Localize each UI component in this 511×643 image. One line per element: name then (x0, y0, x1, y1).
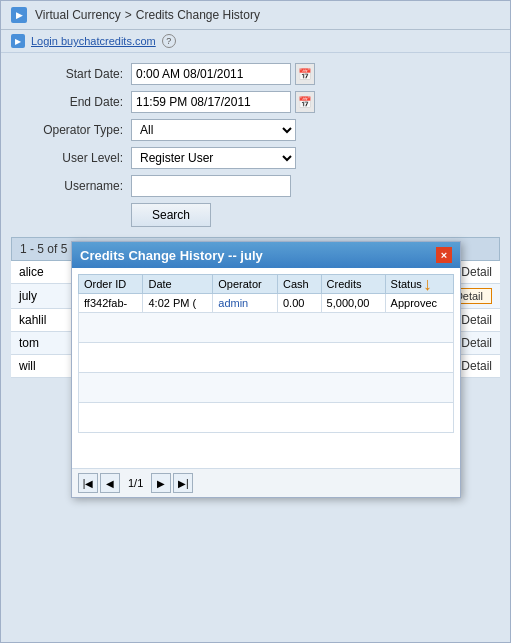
last-page-btn[interactable]: ▶| (173, 473, 193, 493)
results-section: 1 - 5 of 5 alice Detail july Detail kahl… (11, 237, 500, 378)
end-date-row: End Date: 📅 (21, 91, 490, 113)
start-date-row: Start Date: 📅 (21, 63, 490, 85)
modal-footer: |◀ ◀ 1/1 ▶ ▶| (72, 468, 460, 497)
start-date-calendar-btn[interactable]: 📅 (295, 63, 315, 85)
form-section: Start Date: 📅 End Date: 📅 Operator Type:… (1, 53, 510, 237)
detail-link-will[interactable]: Detail (461, 359, 492, 373)
end-date-calendar-btn[interactable]: 📅 (295, 91, 315, 113)
start-date-input-wrap: 📅 (131, 63, 315, 85)
username-label: Username: (21, 179, 131, 193)
modal-arrow-icon: ↓ (423, 274, 432, 295)
end-date-input[interactable] (131, 91, 291, 113)
username-input[interactable] (131, 175, 291, 197)
col-order-id: Order ID (79, 275, 143, 294)
modal-header: Credits Change History -- july × (72, 242, 460, 268)
login-icon: ▶ (11, 34, 25, 48)
col-date: Date (143, 275, 213, 294)
breadcrumb-separator: > (125, 8, 132, 22)
cell-date: 4:02 PM ( (143, 294, 213, 313)
detail-link-alice[interactable]: Detail (461, 265, 492, 279)
next-page-btn[interactable]: ▶ (151, 473, 171, 493)
pagination: |◀ ◀ 1/1 ▶ ▶| (78, 473, 193, 493)
operator-type-label: Operator Type: (21, 123, 131, 137)
detail-link-tom[interactable]: Detail (461, 336, 492, 350)
start-date-label: Start Date: (21, 67, 131, 81)
help-badge[interactable]: ? (162, 34, 176, 48)
search-btn-row: Search (21, 203, 490, 227)
breadcrumb-current: Credits Change History (136, 8, 260, 22)
credits-modal: Credits Change History -- july × ↓ Order… (71, 241, 461, 498)
breadcrumb: ▶ Virtual Currency > Credits Change Hist… (1, 1, 510, 30)
first-page-btn[interactable]: |◀ (78, 473, 98, 493)
modal-close-btn[interactable]: × (436, 247, 452, 263)
modal-title: Credits Change History -- july (80, 248, 263, 263)
col-operator: Operator (213, 275, 278, 294)
cell-credits: 5,000,00 (321, 294, 385, 313)
modal-table-row: ff342fab- 4:02 PM ( admin 0.00 5,000,00 … (79, 294, 454, 313)
detail-link-kahlil[interactable]: Detail (461, 313, 492, 327)
login-bar: ▶ Login buychatcredits.com ? (1, 30, 510, 53)
operator-type-select[interactable]: All (131, 119, 296, 141)
breadcrumb-icon: ▶ (11, 7, 27, 23)
user-level-label: User Level: (21, 151, 131, 165)
results-area: alice Detail july Detail kahlil Detail t… (11, 261, 500, 378)
modal-table-wrap: Order ID Date Operator Cash Credits Stat… (72, 268, 460, 468)
cell-cash: 0.00 (277, 294, 321, 313)
cell-operator: admin (213, 294, 278, 313)
end-date-label: End Date: (21, 95, 131, 109)
prev-page-btn[interactable]: ◀ (100, 473, 120, 493)
start-date-input[interactable] (131, 63, 291, 85)
end-date-input-wrap: 📅 (131, 91, 315, 113)
user-level-row: User Level: Register User (21, 147, 490, 169)
login-label[interactable]: Login buychatcredits.com (31, 35, 156, 47)
main-panel: ▶ Virtual Currency > Credits Change Hist… (0, 0, 511, 643)
col-credits: Credits (321, 275, 385, 294)
col-status: Status (385, 275, 453, 294)
username-row: Username: (21, 175, 490, 197)
user-level-select[interactable]: Register User (131, 147, 296, 169)
page-info: 1/1 (122, 477, 149, 489)
col-cash: Cash (277, 275, 321, 294)
cell-status: Approvec (385, 294, 453, 313)
operator-type-row: Operator Type: All (21, 119, 490, 141)
breadcrumb-parent: Virtual Currency (35, 8, 121, 22)
modal-table: Order ID Date Operator Cash Credits Stat… (78, 274, 454, 433)
search-button[interactable]: Search (131, 203, 211, 227)
cell-order-id: ff342fab- (79, 294, 143, 313)
